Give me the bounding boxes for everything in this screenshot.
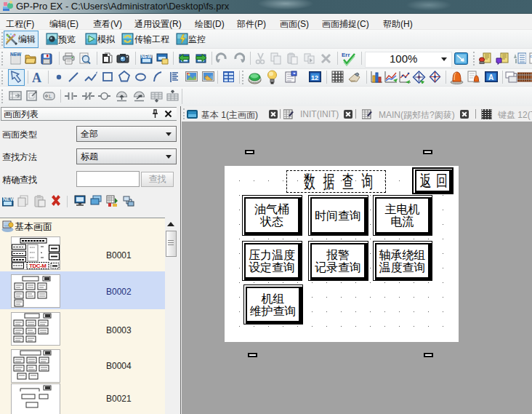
svg-text:Err: Err: [342, 52, 350, 58]
svg-text:TDC-M: TDC-M: [29, 263, 47, 269]
svg-text:NEW: NEW: [141, 54, 153, 59]
svg-text:NEW: NEW: [3, 196, 14, 202]
svg-text:NEW: NEW: [10, 52, 22, 57]
svg-text:A: A: [488, 73, 493, 81]
svg-text:A: A: [32, 71, 41, 84]
svg-text:L: L: [49, 93, 52, 100]
svg-text:12: 12: [311, 74, 318, 81]
